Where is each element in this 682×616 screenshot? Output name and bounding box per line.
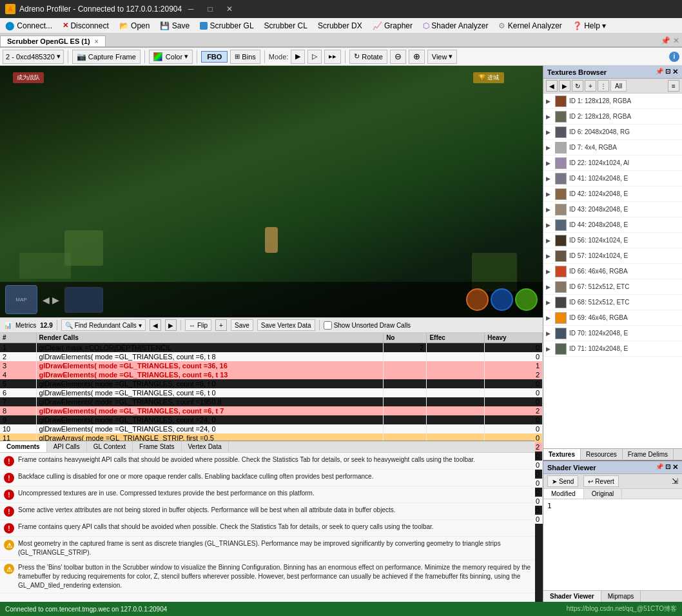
flip-button[interactable]: ↔ Flip — [185, 319, 211, 331]
prev-button[interactable]: ◀ — [150, 319, 161, 331]
menu-grapher[interactable]: 📈 Grapher — [367, 18, 418, 33]
shader-expand-icon[interactable]: ⊡ — [665, 463, 670, 472]
menu-scrubber-cl[interactable]: Scrubber CL — [259, 18, 313, 33]
textures-pin-icon[interactable]: 📌 — [656, 68, 663, 76]
tab-frame-delims[interactable]: Frame Delims — [623, 449, 674, 460]
tex-scroll-button[interactable]: ≡ — [668, 80, 679, 92]
tab-close-button[interactable]: × — [95, 38, 99, 45]
texture-item[interactable]: ▶ID 42: 1024x2048, E — [543, 186, 682, 202]
tab-textures[interactable]: Textures — [543, 449, 581, 460]
shader-pin-icon[interactable]: 📌 — [656, 463, 663, 472]
render-call-row[interactable]: 5glDrawElements( mode =GL_TRIANGLES, cou… — [0, 379, 543, 388]
render-call-row[interactable]: 2glDrawElements( mode =GL_TRIANGLES, cou… — [0, 352, 543, 361]
tab-resources[interactable]: Resources — [581, 449, 623, 460]
menu-save[interactable]: 💾 Save — [155, 18, 195, 33]
texture-item[interactable]: ▶ID 70: 1024x2048, E — [543, 326, 682, 341]
render-call-row[interactable]: 9glDrawElements( mode =GL_TRIANGLES, cou… — [0, 415, 543, 424]
menu-shader-analyzer[interactable]: ⬡ Shader Analyzer — [418, 18, 493, 33]
menu-disconnect[interactable]: ✕ Disconnect — [57, 18, 114, 33]
texture-item[interactable]: ▶ID 67: 512x512, ETC — [543, 279, 682, 295]
tab-frame-stats[interactable]: Frame Stats — [133, 441, 181, 452]
tex-forward-button[interactable]: ▶ — [559, 80, 570, 92]
render-call-row[interactable]: 6glDrawElements( mode =GL_TRIANGLES, cou… — [0, 388, 543, 397]
row-heavy: 1 — [485, 361, 543, 370]
texture-item[interactable]: ▶ID 68: 512x512, ETC — [543, 295, 682, 310]
tex-add-button[interactable]: + — [585, 80, 596, 92]
mode-play-button[interactable]: ▶ — [291, 50, 305, 64]
zoom-in-button[interactable]: ⊕ — [409, 50, 425, 64]
texture-item[interactable]: ▶ID 44: 2048x2048, E — [543, 217, 682, 233]
close-pane-icon[interactable]: ✕ — [673, 36, 679, 45]
texture-item[interactable]: ▶ID 2: 128x128, RGBA — [543, 109, 682, 124]
tab-api-calls[interactable]: API Calls — [47, 441, 87, 452]
render-call-row[interactable]: 8glDrawElements( mode =GL_TRIANGLES, cou… — [0, 406, 543, 415]
menu-kernel-analyzer[interactable]: ⚙ Kernel Analyzer — [493, 18, 567, 33]
revert-button[interactable]: ↩ Revert — [583, 475, 618, 487]
textures-close-icon[interactable]: ✕ — [672, 68, 678, 76]
menu-help[interactable]: ❓ Help ▾ — [567, 18, 611, 33]
close-button[interactable]: ✕ — [220, 3, 239, 15]
menu-scrubber-gl[interactable]: Scrubber GL — [195, 18, 258, 33]
texture-item[interactable]: ▶ID 56: 1024x1024, E — [543, 233, 682, 248]
texture-item[interactable]: ▶ID 1: 128x128, RGBA — [543, 94, 682, 109]
texture-item[interactable]: ▶ID 41: 1024x2048, E — [543, 171, 682, 186]
find-redundant-button[interactable]: 🔍 Find Redundant Calls ▾ — [61, 319, 146, 331]
texture-item[interactable]: ▶ID 66: 46x46, RGBA — [543, 264, 682, 279]
capture-frame-button[interactable]: 📷 Capture Frame — [72, 50, 141, 64]
menu-connect[interactable]: ⬤ Connect... — [0, 18, 57, 33]
texture-item[interactable]: ▶ID 6: 2048x2048, RG — [543, 124, 682, 140]
texture-item[interactable]: ▶ID 22: 1024x1024, Al — [543, 155, 682, 171]
render-call-row[interactable]: 4glDrawElements( mode =GL_TRIANGLES, cou… — [0, 370, 543, 379]
shader-viewer-bottom-tab[interactable]: Shader Viewer — [543, 591, 601, 602]
show-unsorted-checkbox[interactable] — [324, 321, 332, 330]
shader-close-icon[interactable]: ✕ — [672, 463, 678, 472]
render-call-row[interactable]: 7glDrawElements( mode =GL_TRIANGLES, cou… — [0, 397, 543, 406]
tab-comments[interactable]: Comments — [0, 441, 47, 452]
textures-expand-icon[interactable]: ⊡ — [665, 68, 670, 76]
fbo-button[interactable]: FBO — [201, 51, 228, 63]
info-icon[interactable]: i — [669, 52, 679, 62]
mode-step-button[interactable]: ▷ — [307, 50, 322, 64]
save-button[interactable]: Save — [231, 319, 253, 331]
texture-item[interactable]: ▶ID 7: 4x4, RGBA — [543, 140, 682, 155]
menu-open[interactable]: 📂 Open — [114, 18, 155, 33]
minimize-button[interactable]: ─ — [182, 3, 200, 15]
tab-vertex-data[interactable]: Vertex Data — [182, 441, 229, 452]
texture-expand-arrow: ▶ — [546, 315, 554, 321]
render-call-row[interactable]: 3glDrawElements( mode =GL_TRIANGLES, cou… — [0, 361, 543, 370]
render-call-row[interactable]: 10glDrawElements( mode =GL_TRIANGLES, co… — [0, 424, 543, 433]
texture-item[interactable]: ▶ID 71: 1024x2048, E — [543, 341, 682, 357]
add-button[interactable]: + — [215, 319, 227, 331]
texture-item[interactable]: ▶ID 57: 1024x1024, E — [543, 248, 682, 264]
send-button[interactable]: ➤ Send — [547, 475, 578, 487]
bins-button[interactable]: ⊞ Bins — [230, 50, 260, 64]
render-call-row[interactable]: 1glClear( mask =COLOR|DEPTH|STENCIL20 — [0, 343, 543, 353]
menu-scrubber-dx[interactable]: Scrubber DX — [313, 18, 367, 33]
dock-pin-icon[interactable]: 📌 — [661, 36, 670, 45]
mipmaps-tab[interactable]: Mipmaps — [601, 591, 641, 602]
texture-item[interactable]: ▶ID 69: 46x46, RGBA — [543, 310, 682, 326]
rotate-button[interactable]: ↻ Rotate — [349, 50, 387, 64]
tex-options-button[interactable]: ⋮ — [598, 80, 609, 92]
shader-original-tab[interactable]: Original — [584, 489, 622, 499]
view-button[interactable]: View ▾ — [427, 50, 458, 64]
tex-refresh-button[interactable]: ↻ — [572, 80, 583, 92]
color-button[interactable]: Color ▾ — [149, 50, 193, 64]
comment-text: Frame contains query API calls that shou… — [18, 522, 434, 532]
shader-editor[interactable]: 1 — [543, 499, 682, 590]
shader-modified-tab[interactable]: Modified — [543, 489, 584, 499]
zoom-out-button[interactable]: ⊖ — [390, 50, 406, 64]
texture-item[interactable]: ▶ID 43: 2048x2048, E — [543, 202, 682, 217]
address-dropdown[interactable]: 2 - 0xcd485320 ▾ — [3, 50, 64, 64]
next-button[interactable]: ▶ — [165, 319, 177, 331]
tab-gl-context[interactable]: GL Context — [87, 441, 133, 452]
shader-expand-content[interactable]: ⇲ — [672, 477, 678, 486]
tex-back-button[interactable]: ◀ — [546, 80, 558, 92]
save-vertex-button[interactable]: Save Vertex Data — [257, 319, 315, 331]
tex-all-button[interactable]: All — [610, 80, 627, 92]
row-num: 2 — [0, 352, 36, 361]
mode-more-button[interactable]: ▸▸ — [324, 50, 341, 64]
maximize-button[interactable]: □ — [201, 3, 219, 15]
show-unsorted-checkbox-container[interactable]: Show Unsorted Draw Calls — [324, 321, 411, 330]
scrubber-tab[interactable]: Scrubber OpenGL ES (1) × — [0, 35, 106, 46]
